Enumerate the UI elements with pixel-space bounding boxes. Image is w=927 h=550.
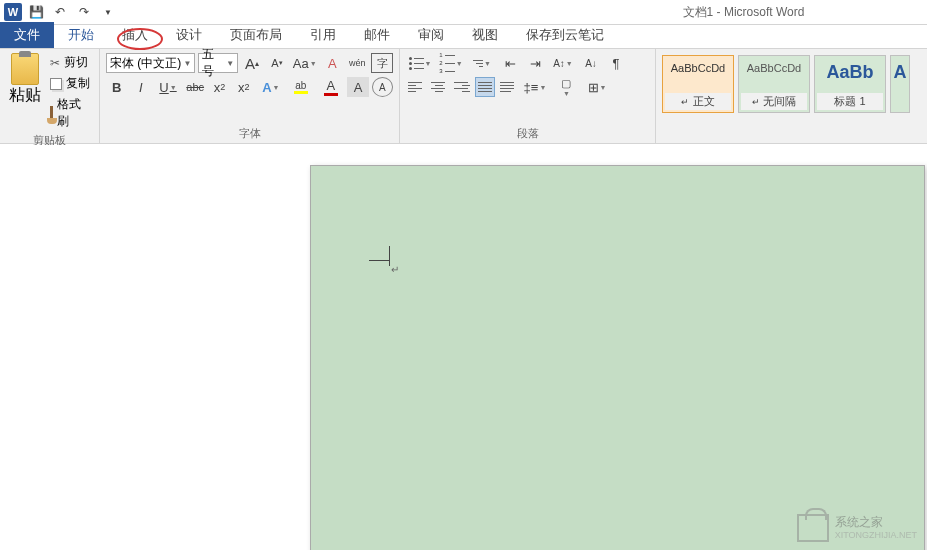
style-heading-1[interactable]: AaBb 标题 1 xyxy=(814,55,886,113)
clipboard-group: 粘贴 ✂剪切 复制 格式刷 剪贴板 xyxy=(0,49,100,143)
paste-button[interactable]: 粘贴 xyxy=(6,53,44,131)
font-size-combo[interactable]: 五号▼ xyxy=(198,53,238,73)
tab-cloud-save[interactable]: 保存到云笔记 xyxy=(512,22,618,48)
watermark-text: 系统之家 xyxy=(835,516,917,529)
font-group-label: 字体 xyxy=(106,124,393,141)
scissors-icon: ✂ xyxy=(50,56,60,70)
chevron-down-icon: ▼ xyxy=(183,59,191,68)
document-page[interactable]: ↵ xyxy=(310,165,925,550)
shrink-font-button[interactable]: A▾ xyxy=(266,53,288,73)
styles-group: AaBbCcDd ↵ 正文 AaBbCcDd ↵ 无间隔 AaBb 标题 1 A xyxy=(656,49,927,143)
document-area: ↵ xyxy=(0,145,927,550)
brush-icon xyxy=(50,106,54,120)
font-name-combo[interactable]: 宋体 (中文正)▼ xyxy=(106,53,195,73)
text-cursor: ↵ xyxy=(389,246,390,266)
paste-label: 粘贴 xyxy=(9,85,41,106)
copy-button[interactable]: 复制 xyxy=(48,74,93,93)
word-app-icon: W xyxy=(4,3,22,21)
tab-mailings[interactable]: 邮件 xyxy=(350,22,404,48)
text-direction-button[interactable]: A↕▼ xyxy=(549,53,577,73)
highlight-button[interactable]: ab xyxy=(287,77,314,97)
quick-access-toolbar: 💾 ↶ ↷ ▼ xyxy=(28,4,116,20)
chevron-down-icon: ▼ xyxy=(226,59,234,68)
tab-review[interactable]: 审阅 xyxy=(404,22,458,48)
font-color-button[interactable]: A xyxy=(317,77,344,97)
italic-button[interactable]: I xyxy=(130,77,151,97)
character-border-button[interactable]: 字 xyxy=(371,53,393,73)
decrease-indent-button[interactable]: ⇤ xyxy=(499,53,521,73)
watermark-subtext: XITONGZHIJIA.NET xyxy=(835,530,917,540)
increase-indent-button[interactable]: ⇥ xyxy=(524,53,546,73)
tab-insert[interactable]: 插入 xyxy=(108,22,162,48)
show-marks-button[interactable]: ¶ xyxy=(605,53,627,73)
watermark: 系统之家 XITONGZHIJIA.NET xyxy=(797,514,917,542)
ribbon: 粘贴 ✂剪切 复制 格式刷 剪贴板 宋体 (中文正)▼ 五号▼ A▴ A▾ Aa… xyxy=(0,49,927,144)
align-left-button[interactable] xyxy=(406,77,426,97)
subscript-button[interactable]: x2 xyxy=(209,77,230,97)
shading-button[interactable]: ▢▼ xyxy=(552,77,580,97)
style-more[interactable]: A xyxy=(890,55,910,113)
bold-button[interactable]: B xyxy=(106,77,127,97)
phonetic-guide-button[interactable]: wén xyxy=(346,53,368,73)
format-painter-button[interactable]: 格式刷 xyxy=(48,95,93,131)
undo-icon[interactable]: ↶ xyxy=(52,4,68,20)
multilevel-list-button[interactable]: ▼ xyxy=(468,53,496,73)
tab-home[interactable]: 开始 xyxy=(54,22,108,48)
align-center-button[interactable] xyxy=(429,77,449,97)
save-icon[interactable]: 💾 xyxy=(28,4,44,20)
superscript-button[interactable]: x2 xyxy=(233,77,254,97)
align-distributed-button[interactable] xyxy=(498,77,518,97)
style-normal[interactable]: AaBbCcDd ↵ 正文 xyxy=(662,55,734,113)
clear-formatting-button[interactable]: A xyxy=(322,53,344,73)
window-title: 文档1 - Microsoft Word xyxy=(683,4,805,21)
redo-icon[interactable]: ↷ xyxy=(76,4,92,20)
tab-design[interactable]: 设计 xyxy=(162,22,216,48)
numbering-button[interactable]: 123▼ xyxy=(437,53,465,73)
font-group: 宋体 (中文正)▼ 五号▼ A▴ A▾ Aa▼ A wén 字 B I U▼ a… xyxy=(100,49,400,143)
char-shading-button[interactable]: A xyxy=(347,77,368,97)
bullets-button[interactable]: ▼ xyxy=(406,53,434,73)
grow-font-button[interactable]: A▴ xyxy=(241,53,263,73)
paste-icon xyxy=(11,53,39,85)
style-no-spacing[interactable]: AaBbCcDd ↵ 无间隔 xyxy=(738,55,810,113)
copy-icon xyxy=(50,78,62,90)
tab-view[interactable]: 视图 xyxy=(458,22,512,48)
align-justify-button[interactable] xyxy=(475,77,495,97)
line-spacing-button[interactable]: ‡≡▼ xyxy=(521,77,549,97)
align-right-button[interactable] xyxy=(452,77,472,97)
borders-button[interactable]: ⊞▼ xyxy=(583,77,611,97)
enclose-char-button[interactable]: A xyxy=(372,77,393,97)
tab-references[interactable]: 引用 xyxy=(296,22,350,48)
underline-button[interactable]: U▼ xyxy=(155,77,182,97)
strikethrough-button[interactable]: abc xyxy=(185,77,206,97)
qat-customize-icon[interactable]: ▼ xyxy=(100,4,116,20)
paragraph-group-label: 段落 xyxy=(406,124,649,141)
paragraph-group: ▼ 123▼ ▼ ⇤ ⇥ A↕▼ A↓ ¶ ‡≡▼ ▢▼ ⊞▼ 段落 xyxy=(400,49,656,143)
sort-button[interactable]: A↓ xyxy=(580,53,602,73)
tab-layout[interactable]: 页面布局 xyxy=(216,22,296,48)
text-effects-button[interactable]: A▼ xyxy=(257,77,284,97)
watermark-icon xyxy=(797,514,829,542)
tab-file[interactable]: 文件 xyxy=(0,22,54,48)
ribbon-tabs: 文件 开始 插入 设计 页面布局 引用 邮件 审阅 视图 保存到云笔记 xyxy=(0,25,927,49)
change-case-button[interactable]: Aa▼ xyxy=(291,53,319,73)
cut-button[interactable]: ✂剪切 xyxy=(48,53,93,72)
